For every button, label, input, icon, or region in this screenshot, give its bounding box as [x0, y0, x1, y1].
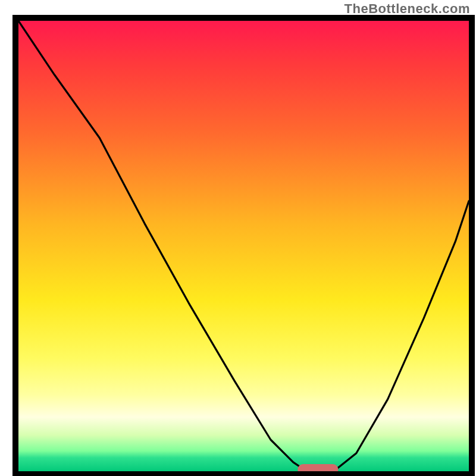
plot-area: [12, 15, 475, 476]
chart-svg: [18, 21, 469, 471]
optimum-marker: [298, 464, 338, 471]
curve-line: [18, 21, 469, 471]
chart-container: TheBottleneck.com: [0, 0, 476, 476]
